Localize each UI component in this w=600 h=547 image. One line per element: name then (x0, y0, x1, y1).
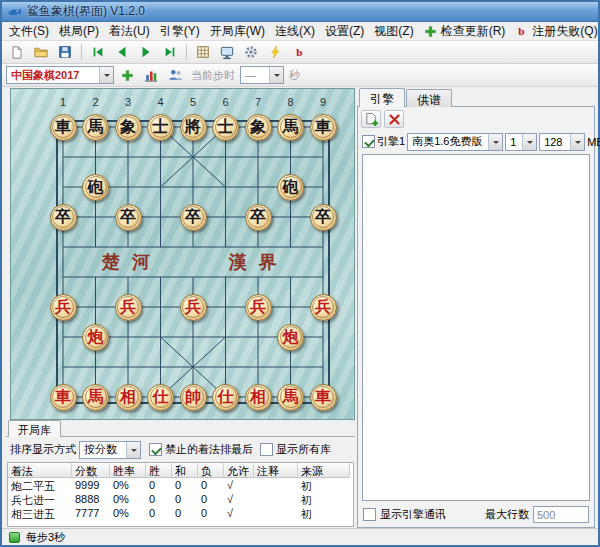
board-piece[interactable]: 卒 (115, 204, 142, 231)
board-piece[interactable]: 砲 (277, 174, 304, 201)
board-piece[interactable]: 車 (310, 384, 337, 411)
board-piece[interactable]: 車 (50, 384, 77, 411)
board-piece[interactable]: 卒 (180, 204, 207, 231)
board-piece[interactable]: 兵 (115, 294, 142, 321)
table-header-cell[interactable]: 注释 (254, 463, 298, 478)
step-time-unit: 秒 (289, 68, 300, 83)
tab-opening-book[interactable]: 开局库 (8, 420, 61, 437)
step-time-label: 当前步时 (191, 68, 235, 83)
engine1-checkbox[interactable] (362, 135, 375, 148)
menu-online[interactable]: 连线(X) (270, 21, 320, 42)
board-piece[interactable]: 兵 (245, 294, 272, 321)
nav-prev-icon[interactable] (111, 42, 133, 62)
menu-settings[interactable]: 设置(Z) (320, 21, 369, 42)
engine-gear-icon[interactable] (240, 42, 262, 62)
save-icon[interactable] (54, 42, 76, 62)
board-piece[interactable]: 仕 (147, 384, 174, 411)
register-b-icon[interactable]: b (288, 42, 310, 62)
forbidden-moves-last-checkbox[interactable] (149, 443, 162, 456)
step-time-value: — (245, 69, 256, 81)
step-time-combo[interactable]: — (240, 66, 284, 84)
table-header-cell[interactable]: 和 (172, 463, 198, 478)
table-header-cell[interactable]: 允许 (224, 463, 254, 478)
sort-label: 排序显示方式 (10, 442, 76, 457)
board-icon[interactable] (192, 42, 214, 62)
engine-hash-combo[interactable]: 128 (539, 133, 585, 151)
table-header-cell[interactable]: 分数 (72, 463, 110, 478)
board-piece[interactable]: 馬 (277, 114, 304, 141)
plus-icon[interactable] (116, 65, 138, 85)
table-header-cell[interactable]: 胜 (146, 463, 172, 478)
table-row[interactable]: 相三进五77770%000√初 (8, 506, 353, 520)
board-piece[interactable]: 砲 (82, 174, 109, 201)
board-piece[interactable]: 士 (212, 114, 239, 141)
chevron-down-icon (522, 134, 536, 150)
board-piece[interactable]: 兵 (310, 294, 337, 321)
remove-engine-icon[interactable] (384, 110, 404, 128)
status-icon (9, 532, 20, 543)
preset-combo[interactable]: 中国象棋2017 (6, 66, 114, 84)
board-piece[interactable]: 車 (310, 114, 337, 141)
nav-first-icon[interactable] (87, 42, 109, 62)
users-icon[interactable] (164, 65, 186, 85)
menu-view[interactable]: 视图(Z) (369, 21, 418, 42)
open-folder-icon[interactable] (30, 42, 52, 62)
add-engine-icon[interactable] (361, 110, 381, 128)
menu-file[interactable]: 文件(S) (4, 21, 54, 42)
chart-icon[interactable] (140, 65, 162, 85)
nav-last-icon[interactable] (159, 42, 181, 62)
board-piece[interactable]: 卒 (50, 204, 77, 231)
engine-name-combo[interactable]: 南奥1.6免费版 (407, 133, 503, 151)
board-piece[interactable]: 士 (147, 114, 174, 141)
board-piece[interactable]: 車 (50, 114, 77, 141)
table-header-cell[interactable]: 负 (198, 463, 224, 478)
max-lines-input[interactable] (533, 506, 589, 523)
tab-book-feed[interactable]: 供谱 (406, 89, 452, 107)
menu-opening-book[interactable]: 开局库(W) (205, 21, 270, 42)
board-piece[interactable]: 兵 (180, 294, 207, 321)
menu-game[interactable]: 棋局(P) (54, 21, 104, 42)
new-file-icon[interactable] (6, 42, 28, 62)
nav-next-icon[interactable] (135, 42, 157, 62)
board-piece[interactable]: 卒 (310, 204, 337, 231)
board-piece[interactable]: 相 (245, 384, 272, 411)
board-piece[interactable]: 帥 (180, 384, 207, 411)
show-engine-comm-checkbox[interactable] (363, 508, 376, 521)
sort-combo[interactable]: 按分数 (79, 441, 141, 459)
table-row[interactable]: 兵七进一88880%000√初 (8, 492, 353, 506)
menu-engine[interactable]: 引擎(Y) (155, 21, 205, 42)
board-piece[interactable]: 仕 (212, 384, 239, 411)
board-piece[interactable]: 象 (115, 114, 142, 141)
toolbar-main: b (2, 41, 598, 64)
menu-check-update[interactable]: 检查更新(R) (419, 21, 511, 42)
board-piece[interactable]: 兵 (50, 294, 77, 321)
computer-icon[interactable] (216, 42, 238, 62)
table-header-cell[interactable]: 来源 (298, 463, 350, 478)
menu-register[interactable]: b注册失败(Q) (510, 21, 600, 42)
board-piece[interactable]: 炮 (82, 324, 109, 351)
engine-cores-combo[interactable]: 1 (505, 133, 537, 151)
board-piece[interactable]: 將 (180, 114, 207, 141)
board-piece[interactable]: 馬 (82, 384, 109, 411)
menu-moves[interactable]: 着法(U) (104, 21, 155, 42)
lightning-icon[interactable] (264, 42, 286, 62)
show-all-books-checkbox[interactable] (260, 443, 273, 456)
board-piece[interactable]: 馬 (82, 114, 109, 141)
chevron-down-icon (488, 134, 502, 150)
board-piece[interactable]: 相 (115, 384, 142, 411)
table-header-cell[interactable]: 着法 (8, 463, 72, 478)
board-piece[interactable]: 炮 (277, 324, 304, 351)
toolbar-separator (81, 44, 82, 60)
board-piece[interactable]: 馬 (277, 384, 304, 411)
titlebar[interactable]: 鲨鱼象棋(界面) V1.2.0 (2, 2, 598, 22)
engine-output-list[interactable] (362, 154, 590, 501)
board-piece[interactable]: 卒 (245, 204, 272, 231)
table-cell: 0 (172, 506, 198, 520)
table-cell: 炮二平五 (8, 478, 72, 492)
table-row[interactable]: 炮二平五99990%000√初 (8, 478, 353, 492)
xiangqi-board[interactable]: 123456789 楚河 漢界 車馬象士將士象馬車砲砲卒卒卒卒卒兵兵兵兵兵炮炮車… (10, 88, 355, 420)
board-piece[interactable]: 象 (245, 114, 272, 141)
table-header-cell[interactable]: 胜率 (110, 463, 146, 478)
table-cell: 0 (172, 492, 198, 506)
tab-engine[interactable]: 引擎 (359, 88, 405, 107)
